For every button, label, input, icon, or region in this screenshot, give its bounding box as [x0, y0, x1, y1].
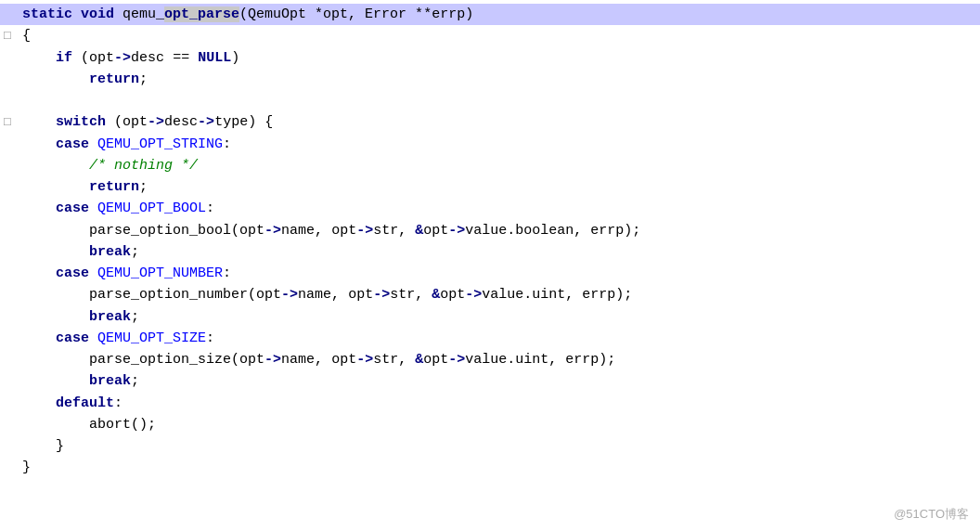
- code-line-15: break;: [0, 306, 980, 328]
- line-content-10: case QEMU_OPT_BOOL:: [17, 198, 980, 219]
- line-content-14: parse_option_number(opt->name, opt->str,…: [17, 284, 980, 305]
- code-line-13: case QEMU_OPT_NUMBER:: [0, 263, 980, 284]
- line-content-4: return;: [17, 69, 980, 90]
- code-line-6: □ switch (opt->desc->type) {: [0, 111, 980, 133]
- line-content-13: case QEMU_OPT_NUMBER:: [17, 263, 980, 284]
- line-content-22: }: [17, 457, 980, 478]
- code-line-21: }: [0, 435, 980, 457]
- line-content-8: /* nothing */: [17, 155, 980, 176]
- code-line-2: □ {: [0, 25, 980, 46]
- watermark: @51CTO博客: [894, 505, 969, 524]
- code-editor: static void qemu_opt_parse(QemuOpt *opt,…: [0, 0, 980, 531]
- line-content-17: parse_option_size(opt->name, opt->str, &…: [17, 349, 980, 370]
- line-content-2: {: [17, 25, 980, 46]
- line-content-12: break;: [17, 241, 980, 263]
- gutter-6: □: [0, 113, 17, 132]
- line-content-7: case QEMU_OPT_STRING:: [17, 134, 980, 155]
- line-content-18: break;: [17, 370, 980, 392]
- code-line-4: return;: [0, 69, 980, 90]
- code-line-16: case QEMU_OPT_SIZE:: [0, 328, 980, 349]
- code-line-7: case QEMU_OPT_STRING:: [0, 134, 980, 155]
- line-content-5: [17, 90, 980, 111]
- code-line-8: /* nothing */: [0, 155, 980, 176]
- line-content-21: }: [17, 435, 980, 457]
- line-content-19: default:: [17, 393, 980, 414]
- line-content-1: static void qemu_opt_parse(QemuOpt *opt,…: [17, 4, 980, 25]
- code-line-5: [0, 90, 980, 111]
- code-line-11: parse_option_bool(opt->name, opt->str, &…: [0, 220, 980, 241]
- line-content-16: case QEMU_OPT_SIZE:: [17, 328, 980, 349]
- code-line-20: abort();: [0, 414, 980, 435]
- code-line-14: parse_option_number(opt->name, opt->str,…: [0, 284, 980, 305]
- gutter-2: □: [0, 27, 17, 45]
- line-content-9: return;: [17, 176, 980, 198]
- code-line-17: parse_option_size(opt->name, opt->str, &…: [0, 349, 980, 370]
- code-line-3: if (opt->desc == NULL): [0, 47, 980, 69]
- code-line-10: case QEMU_OPT_BOOL:: [0, 198, 980, 219]
- line-content-15: break;: [17, 306, 980, 328]
- code-line-22: }: [0, 457, 980, 478]
- line-content-3: if (opt->desc == NULL): [17, 47, 980, 69]
- code-line-19: default:: [0, 393, 980, 414]
- code-line-12: break;: [0, 241, 980, 263]
- line-content-11: parse_option_bool(opt->name, opt->str, &…: [17, 220, 980, 241]
- line-content-6: switch (opt->desc->type) {: [17, 111, 980, 133]
- code-line-18: break;: [0, 370, 980, 392]
- code-line-9: return;: [0, 176, 980, 198]
- code-line-1: static void qemu_opt_parse(QemuOpt *opt,…: [0, 4, 980, 25]
- line-content-20: abort();: [17, 414, 980, 435]
